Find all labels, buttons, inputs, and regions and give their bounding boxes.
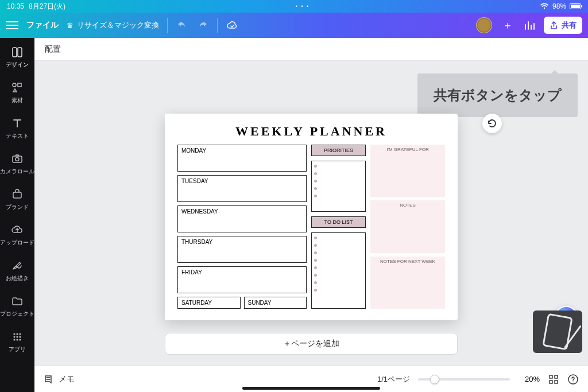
- svg-point-2: [13, 83, 16, 87]
- redo-button[interactable]: [196, 19, 209, 32]
- svg-point-10: [13, 336, 15, 337]
- planner-layout: MONDAY TUESDAY WEDNESDAY THURSDAY FRIDAY…: [177, 145, 445, 309]
- svg-rect-19: [555, 381, 558, 383]
- svg-rect-16: [550, 375, 552, 378]
- position-button[interactable]: 配置: [45, 44, 61, 55]
- left-sidebar: デザイン 素材 テキスト カメラロール ブランド アップロード お絵描き プロ: [0, 38, 34, 392]
- planner-notes-box: NOTES: [370, 200, 445, 253]
- svg-rect-3: [18, 83, 21, 87]
- user-avatar[interactable]: [476, 17, 492, 33]
- cloud-sync-icon[interactable]: [226, 19, 238, 32]
- menu-button[interactable]: [6, 21, 18, 29]
- share-button[interactable]: 共有: [544, 17, 582, 34]
- brand-icon: [11, 188, 24, 201]
- sidebar-item-apps[interactable]: アプリ: [0, 331, 34, 354]
- svg-point-8: [16, 333, 18, 335]
- toolbar-divider: [217, 18, 218, 33]
- design-canvas-page[interactable]: WEEKLY PLANNER MONDAY TUESDAY WEDNESDAY …: [165, 114, 458, 320]
- grid-view-button[interactable]: [548, 374, 559, 385]
- svg-point-7: [13, 333, 15, 335]
- svg-point-9: [19, 333, 21, 335]
- planner-day-box: MONDAY: [177, 145, 307, 172]
- crown-icon: ♛: [67, 21, 74, 30]
- wifi-icon: [540, 3, 549, 10]
- refresh-canvas-button[interactable]: [482, 114, 502, 133]
- bottom-bar: メモ 1/1ページ 20%: [34, 366, 588, 392]
- planner-todo-header: TO DO LIST: [311, 216, 366, 228]
- add-page-button[interactable]: ＋ページを追加: [165, 333, 458, 355]
- file-menu[interactable]: ファイル: [26, 20, 59, 30]
- planner-todo-box: [311, 232, 366, 309]
- status-date: 8月27日(火): [29, 2, 65, 11]
- sidebar-item-draw[interactable]: お絵描き: [0, 259, 34, 282]
- status-time: 10:35: [7, 2, 24, 10]
- svg-point-15: [19, 339, 21, 340]
- upload-icon: [11, 224, 24, 236]
- svg-rect-0: [13, 48, 17, 57]
- sidebar-item-elements[interactable]: 素材: [0, 81, 34, 104]
- svg-point-11: [16, 336, 18, 337]
- apps-icon: [11, 331, 24, 343]
- planner-day-box: SATURDAY: [177, 297, 241, 309]
- zoom-percent[interactable]: 20%: [518, 375, 540, 383]
- sidebar-item-camera-roll[interactable]: カメラロール: [0, 153, 34, 176]
- sidebar-item-design[interactable]: デザイン: [0, 46, 34, 69]
- planner-day-box: TUESDAY: [177, 175, 307, 202]
- svg-rect-18: [550, 381, 552, 383]
- planner-day-box: WEDNESDAY: [177, 205, 307, 232]
- undo-button[interactable]: [176, 19, 188, 32]
- invite-button[interactable]: ＋: [500, 18, 515, 33]
- planner-day-box: FRIDAY: [177, 266, 307, 293]
- planner-day-box: THURSDAY: [177, 236, 307, 263]
- camera-icon: [11, 153, 24, 165]
- battery-icon: [570, 3, 581, 9]
- page-indicator[interactable]: 1/1ページ: [377, 374, 410, 385]
- zoom-slider[interactable]: [418, 378, 510, 381]
- planner-day-box: SUNDAY: [244, 297, 307, 309]
- svg-point-5: [16, 158, 19, 161]
- sidebar-item-brand[interactable]: ブランド: [0, 188, 34, 211]
- notes-button[interactable]: メモ: [44, 374, 75, 385]
- folder-icon: [11, 295, 24, 308]
- zoom-slider-thumb[interactable]: [430, 375, 439, 384]
- toolbar-divider: [167, 18, 168, 33]
- svg-rect-4: [13, 156, 22, 162]
- planner-priorities-box: [311, 161, 366, 212]
- planner-title: WEEKLY PLANNER: [177, 124, 445, 139]
- status-handle-indicator: • • •: [296, 3, 310, 9]
- context-toolbar: 配置: [34, 38, 588, 61]
- svg-point-13: [13, 339, 15, 340]
- draw-icon: [11, 259, 24, 272]
- svg-rect-6: [13, 192, 21, 198]
- svg-rect-17: [555, 375, 558, 378]
- text-icon: [11, 117, 24, 130]
- svg-point-12: [19, 336, 21, 337]
- planner-next-week-box: NOTES FOR NEXT WEEK: [370, 257, 445, 309]
- planner-priorities-header: PRIORITIES: [311, 145, 366, 156]
- canvas-area[interactable]: 共有ボタンをタップ WEEKLY PLANNER MONDAY TUESDAY …: [34, 61, 588, 366]
- ios-status-bar: 10:35 8月27日(火) • • • 98%: [0, 0, 588, 13]
- design-icon: [11, 46, 24, 59]
- zoom-slider-track[interactable]: [418, 378, 510, 381]
- annotation-callout: 共有ボタンをタップ: [417, 73, 578, 117]
- svg-rect-1: [18, 48, 22, 57]
- planner-grateful-box: I'M GRATEFUL FOR: [370, 145, 445, 197]
- app-topbar: ファイル ♛ リサイズ＆マジック変換 ＋ 共有: [0, 13, 588, 38]
- sidebar-item-projects[interactable]: プロジェクト: [0, 295, 34, 318]
- resize-magic-button[interactable]: ♛ リサイズ＆マジック変換: [67, 20, 159, 30]
- notes-icon: [44, 374, 54, 385]
- sidebar-item-upload[interactable]: アップロード: [0, 224, 34, 247]
- tablet-pen-badge: [533, 311, 582, 353]
- share-icon: [550, 21, 558, 30]
- elements-icon: [11, 81, 24, 94]
- analytics-button[interactable]: [523, 19, 536, 32]
- battery-percent: 98%: [552, 2, 566, 10]
- refresh-icon: [487, 118, 497, 129]
- sidebar-item-text[interactable]: テキスト: [0, 117, 34, 140]
- home-indicator: [242, 387, 380, 390]
- help-button[interactable]: [567, 374, 579, 385]
- svg-point-14: [16, 339, 18, 340]
